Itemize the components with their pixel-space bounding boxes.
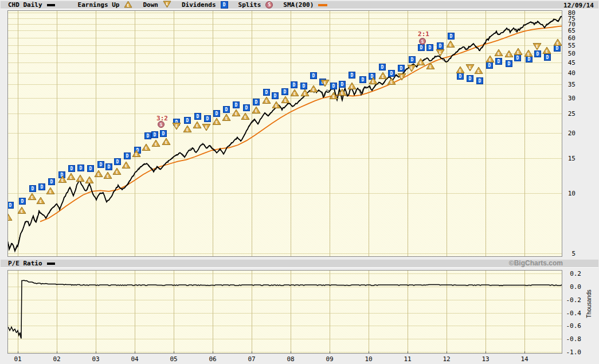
dividend-marker: D xyxy=(369,73,375,80)
year-axis-tick: 13 xyxy=(479,355,492,363)
dividend-marker: D xyxy=(145,133,151,139)
dividend-marker: D xyxy=(427,45,433,51)
dividend-marker: D xyxy=(98,162,104,168)
split-ratio-label: 3:2 xyxy=(156,115,168,122)
svg-text:E: E xyxy=(372,80,374,84)
dividend-marker: D xyxy=(124,153,131,159)
svg-text:E: E xyxy=(125,164,127,169)
dividend-marker: D xyxy=(477,78,483,84)
svg-text:S: S xyxy=(421,39,424,44)
price-axis-tick: 5 xyxy=(564,250,575,257)
dividend-marker: D xyxy=(331,83,337,89)
year-axis-tick: 03 xyxy=(89,355,103,363)
svg-text:D: D xyxy=(351,73,354,78)
svg-text:E: E xyxy=(469,65,471,70)
year-axis-tick: 09 xyxy=(323,355,336,363)
svg-text:E: E xyxy=(275,104,277,108)
legend-earnings-up-label: Earnings Up xyxy=(78,1,120,9)
svg-text:E: E xyxy=(165,140,167,145)
svg-text:E: E xyxy=(536,44,538,49)
svg-text:D: D xyxy=(488,63,491,68)
svg-text:E: E xyxy=(61,178,64,183)
svg-text:E: E xyxy=(155,142,157,147)
svg-text:E: E xyxy=(49,190,52,194)
svg-text:E: E xyxy=(116,170,118,175)
svg-text:E: E xyxy=(459,69,461,73)
dividend-marker: D xyxy=(339,81,346,88)
svg-text:E: E xyxy=(107,174,109,179)
svg-text:D: D xyxy=(116,159,119,165)
dividend-marker: D xyxy=(19,198,26,205)
year-axis-tick: 02 xyxy=(50,355,64,363)
pe-ratio-title: P/E Ratio xyxy=(8,260,42,267)
year-axis-tick: 07 xyxy=(245,355,259,363)
year-axis-tick: 12 xyxy=(440,355,453,363)
svg-text:D: D xyxy=(528,57,531,62)
dividend-marker: D xyxy=(106,164,112,170)
split-icon: S xyxy=(265,1,273,9)
price-chart-svg: DDDDDDDDDDDDDDDDDDDDDDDDDDDDDDDDDDDDDDDD… xyxy=(7,10,562,257)
chart-legend: Earnings Up E Down E Dividends D Splits … xyxy=(78,1,328,10)
svg-text:E: E xyxy=(40,199,42,204)
legend-sma-label: SMA(200) xyxy=(283,1,314,9)
price-axis-tick: 50 xyxy=(564,50,575,57)
year-axis-tick: 06 xyxy=(206,355,220,363)
svg-text:D: D xyxy=(508,61,511,66)
price-axis-tick: 30 xyxy=(564,95,575,102)
year-axis-tick: 05 xyxy=(167,355,181,363)
svg-text:D: D xyxy=(41,185,44,190)
svg-text:D: D xyxy=(255,100,258,105)
dividend-marker: D xyxy=(360,77,366,83)
pe-line-swatch-icon xyxy=(47,263,55,265)
svg-text:D: D xyxy=(197,114,199,119)
svg-text:D: D xyxy=(420,45,423,50)
svg-text:D: D xyxy=(411,57,414,62)
svg-text:E: E xyxy=(175,124,178,128)
svg-text:E: E xyxy=(284,99,287,103)
pe-ratio-header-bar: P/E Ratio ©BigCharts.com xyxy=(1,259,598,268)
dividend-marker: D xyxy=(282,89,288,95)
svg-text:D: D xyxy=(498,59,500,64)
dividend-icon: D xyxy=(221,1,228,9)
svg-text:D: D xyxy=(516,56,519,61)
dividend-marker: D xyxy=(152,132,158,138)
dividend-marker: D xyxy=(115,159,121,165)
svg-text:D: D xyxy=(147,134,150,139)
svg-text:D: D xyxy=(332,84,335,89)
svg-text:E: E xyxy=(196,124,198,128)
svg-text:D: D xyxy=(9,203,12,208)
dividend-marker: D xyxy=(467,76,473,82)
chart-header-bar: CHD Daily Earnings Up E Down E Dividends… xyxy=(1,1,598,9)
svg-text:E: E xyxy=(341,91,343,96)
pe-ratio-plot xyxy=(7,270,562,356)
svg-text:E: E xyxy=(235,112,237,116)
dividend-marker: D xyxy=(301,83,307,89)
svg-text:D: D xyxy=(469,76,472,81)
dividend-marker: D xyxy=(409,57,416,63)
svg-text:E: E xyxy=(439,50,441,55)
svg-text:D: D xyxy=(108,165,111,170)
svg-text:E: E xyxy=(225,116,228,121)
svg-text:E: E xyxy=(70,175,72,180)
price-axis-tick: 40 xyxy=(564,69,575,77)
price-axis-tick: 60 xyxy=(564,34,575,42)
year-axis-tick: 08 xyxy=(284,355,297,363)
dividend-marker: D xyxy=(457,73,464,80)
svg-text:D: D xyxy=(154,132,156,138)
dividend-marker: D xyxy=(291,82,297,88)
pe-axis-tick: -0.2 xyxy=(564,296,581,304)
svg-text:D: D xyxy=(206,116,209,122)
dividend-marker: D xyxy=(224,107,230,113)
svg-text:D: D xyxy=(71,166,73,171)
pe-axis-tick: -0.8 xyxy=(564,335,581,343)
dividend-marker: D xyxy=(515,55,521,61)
price-line-swatch-icon xyxy=(47,4,55,6)
dividend-marker: D xyxy=(30,186,36,192)
dividend-marker: D xyxy=(253,99,260,105)
svg-text:E: E xyxy=(546,49,548,54)
svg-text:E: E xyxy=(312,88,315,92)
svg-text:D: D xyxy=(459,74,462,79)
svg-text:D: D xyxy=(225,107,228,112)
svg-text:E: E xyxy=(420,61,422,65)
dividend-marker: D xyxy=(496,58,502,65)
